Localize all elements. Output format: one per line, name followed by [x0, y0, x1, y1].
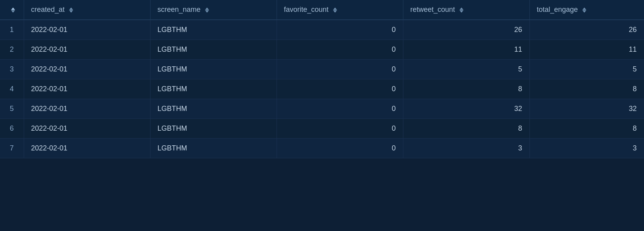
sort-total-engage-button[interactable]	[582, 8, 586, 13]
cell-created-at: 2022-02-01	[24, 139, 150, 158]
cell-favorite-count: 0	[277, 99, 403, 119]
sort-up-icon	[333, 8, 337, 10]
sort-up-icon	[69, 8, 73, 10]
cell-index: 2	[0, 40, 24, 60]
sort-down-icon	[11, 10, 15, 13]
cell-total-engage: 3	[529, 139, 644, 158]
cell-retweet-count: 32	[403, 99, 529, 119]
sort-up-icon	[205, 8, 209, 10]
cell-index: 3	[0, 60, 24, 79]
col-header-index[interactable]	[0, 0, 24, 20]
cell-created-at: 2022-02-01	[24, 60, 150, 79]
cell-favorite-count: 0	[277, 40, 403, 60]
sort-created-at-button[interactable]	[69, 8, 73, 13]
cell-created-at: 2022-02-01	[24, 99, 150, 119]
cell-favorite-count: 0	[277, 20, 403, 40]
col-header-favorite-count[interactable]: favorite_count	[277, 0, 403, 20]
sort-up-icon	[459, 8, 463, 10]
cell-total-engage: 5	[529, 60, 644, 79]
cell-screen-name: LGBTHM	[150, 139, 277, 158]
table-row: 32022-02-01LGBTHM055	[0, 60, 644, 79]
cell-retweet-count: 5	[403, 60, 529, 79]
cell-retweet-count: 8	[403, 119, 529, 139]
table-row: 52022-02-01LGBTHM03232	[0, 99, 644, 119]
cell-screen-name: LGBTHM	[150, 119, 277, 139]
table-row: 72022-02-01LGBTHM033	[0, 139, 644, 158]
cell-created-at: 2022-02-01	[24, 20, 150, 40]
cell-total-engage: 8	[529, 119, 644, 139]
data-table-container: created_at screen_name favorite_count	[0, 0, 644, 231]
cell-index: 6	[0, 119, 24, 139]
cell-total-engage: 8	[529, 79, 644, 99]
table-header-row: created_at screen_name favorite_count	[0, 0, 644, 20]
cell-total-engage: 32	[529, 99, 644, 119]
sort-up-icon	[11, 8, 15, 10]
cell-screen-name: LGBTHM	[150, 60, 277, 79]
cell-retweet-count: 3	[403, 139, 529, 158]
cell-retweet-count: 26	[403, 20, 529, 40]
cell-created-at: 2022-02-01	[24, 40, 150, 60]
sort-down-icon	[459, 10, 463, 13]
col-header-created-at-label: created_at	[31, 6, 65, 13]
sort-down-icon	[333, 10, 337, 13]
sort-favorite-count-button[interactable]	[333, 8, 337, 13]
cell-index: 5	[0, 99, 24, 119]
cell-index: 7	[0, 139, 24, 158]
cell-screen-name: LGBTHM	[150, 79, 277, 99]
table-body: 12022-02-01LGBTHM0262622022-02-01LGBTHM0…	[0, 20, 644, 158]
cell-favorite-count: 0	[277, 60, 403, 79]
cell-favorite-count: 0	[277, 139, 403, 158]
table-row: 62022-02-01LGBTHM088	[0, 119, 644, 139]
sort-up-icon	[582, 8, 586, 10]
table-row: 22022-02-01LGBTHM01111	[0, 40, 644, 60]
cell-favorite-count: 0	[277, 119, 403, 139]
cell-total-engage: 26	[529, 20, 644, 40]
cell-screen-name: LGBTHM	[150, 40, 277, 60]
col-header-total-engage[interactable]: total_engage	[529, 0, 644, 20]
col-header-created-at[interactable]: created_at	[24, 0, 150, 20]
col-header-screen-name-label: screen_name	[158, 6, 201, 13]
col-header-retweet-count-label: retweet_count	[411, 6, 455, 13]
sort-down-icon	[582, 10, 586, 13]
col-header-retweet-count[interactable]: retweet_count	[403, 0, 529, 20]
cell-favorite-count: 0	[277, 79, 403, 99]
cell-created-at: 2022-02-01	[24, 119, 150, 139]
cell-retweet-count: 8	[403, 79, 529, 99]
sort-down-icon	[69, 10, 73, 13]
cell-index: 4	[0, 79, 24, 99]
sort-retweet-count-button[interactable]	[459, 8, 463, 13]
cell-screen-name: LGBTHM	[150, 99, 277, 119]
table-row: 12022-02-01LGBTHM02626	[0, 20, 644, 40]
col-header-favorite-count-label: favorite_count	[284, 6, 329, 13]
sort-down-icon	[205, 10, 209, 13]
data-table: created_at screen_name favorite_count	[0, 0, 644, 158]
table-row: 42022-02-01LGBTHM088	[0, 79, 644, 99]
cell-index: 1	[0, 20, 24, 40]
cell-screen-name: LGBTHM	[150, 20, 277, 40]
col-header-total-engage-label: total_engage	[537, 6, 578, 13]
cell-created-at: 2022-02-01	[24, 79, 150, 99]
col-header-screen-name[interactable]: screen_name	[150, 0, 277, 20]
sort-index-button[interactable]	[11, 8, 15, 13]
sort-screen-name-button[interactable]	[205, 8, 209, 13]
cell-total-engage: 11	[529, 40, 644, 60]
cell-retweet-count: 11	[403, 40, 529, 60]
